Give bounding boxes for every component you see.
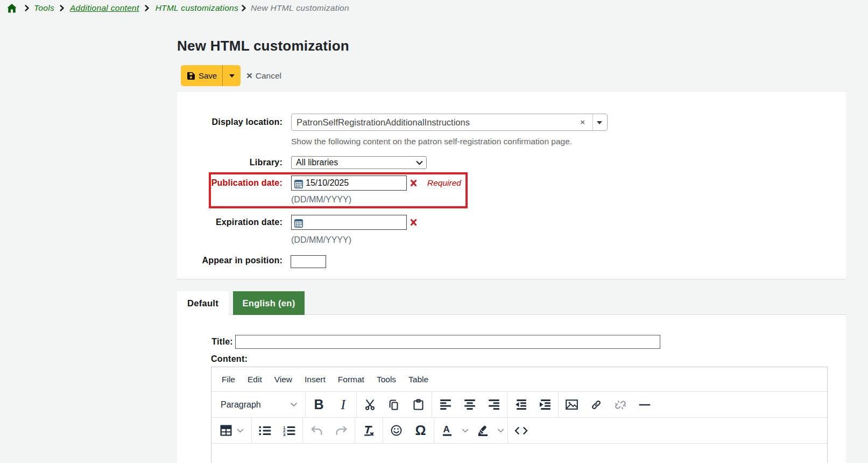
svg-text:A: A <box>443 425 450 434</box>
svg-text:3: 3 <box>283 432 286 436</box>
